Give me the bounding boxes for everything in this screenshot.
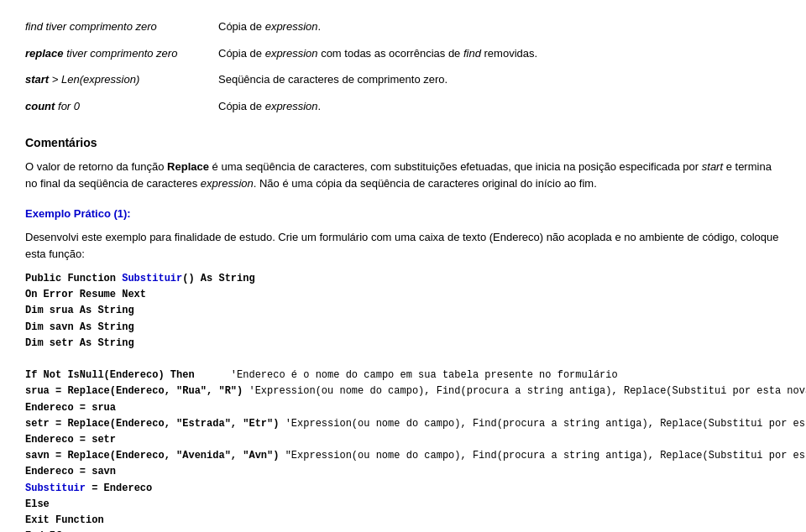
code-line-8: Endereco = srua <box>25 400 781 416</box>
code-line-12: Endereco = savn <box>25 464 781 480</box>
table-section: find tiver comprimento zero Cópia de exp… <box>25 17 781 116</box>
table-cell-left: count for 0 <box>25 96 210 117</box>
expression-ref4: expression <box>265 100 318 112</box>
code-line-3: Dim srua As String <box>25 303 781 319</box>
code-line-6: If Not IsNull(Endereco) Then 'Endereco é… <box>25 368 781 383</box>
code-line-13: Substituir = Endereco <box>25 481 781 497</box>
code-line-5: Dim setr As String <box>25 336 781 352</box>
code-block: Public Function Substituir() As String O… <box>25 271 781 532</box>
code-line-4: Dim savn As String <box>25 320 781 336</box>
replace-suffix: tiver comprimento zero <box>66 47 177 60</box>
find-ref: find <box>463 47 481 60</box>
count-label: count <box>25 100 55 112</box>
find-suffix: tiver comprimento zero <box>46 20 157 33</box>
find-label: find <box>25 20 43 33</box>
code-line-7: srua = Replace(Endereco, "Rua", "R") 'Ex… <box>25 383 781 399</box>
comments-body: O valor de retorno da função Replace é u… <box>25 159 781 192</box>
table-cell-left: find tiver comprimento zero <box>25 17 210 37</box>
example-intro: Desenvolvi este exemplo para finalidade … <box>25 229 781 263</box>
code-line-16: End If <box>25 529 781 532</box>
replace-label: replace <box>25 47 64 60</box>
replace-function-name: Replace <box>167 160 209 173</box>
table-cell-right: Seqüência de caracteres de comprimento z… <box>210 70 781 90</box>
start-label: start <box>25 73 49 86</box>
code-line-9: setr = Replace(Endereco, "Estrada", "Etr… <box>25 416 781 432</box>
code-line-11: savn = Replace(Endereco, "Avenida", "Avn… <box>25 448 781 464</box>
table-cell-right: Cópia de expression com todas as ocorrên… <box>210 44 781 64</box>
table-row: count for 0 Cópia de expression. <box>25 96 781 117</box>
table-cell-right: Cópia de expression. <box>210 96 781 117</box>
expression-ref2: expression <box>265 47 318 60</box>
code-line-10: Endereco = setr <box>25 432 781 448</box>
comments-heading: Comentários <box>25 134 781 152</box>
table-cell-right: Cópia de expression. <box>210 17 781 37</box>
code-line-blank <box>25 352 781 368</box>
code-line-2: On Error Resume Next <box>25 287 781 303</box>
start-param: start <box>702 160 723 173</box>
table-row: start > Len(expression) Seqüência de car… <box>25 70 781 90</box>
table-cell-left: replace tiver comprimento zero <box>25 44 210 64</box>
table-row: find tiver comprimento zero Cópia de exp… <box>25 17 781 37</box>
code-line-15: Exit Function <box>25 513 781 529</box>
expression-ref3: expression <box>83 73 136 86</box>
expression-param: expression <box>201 177 254 190</box>
code-line-1: Public Function Substituir() As String <box>25 271 781 287</box>
code-line-14: Else <box>25 497 781 513</box>
example-heading: Exemplo Prático (1): <box>25 206 781 222</box>
count-suffix: for 0 <box>58 100 80 112</box>
start-suffix: > Len( <box>52 73 83 86</box>
table-cell-left: start > Len(expression) <box>25 70 210 90</box>
expression-ref1: expression <box>265 20 318 33</box>
table-row: replace tiver comprimento zero Cópia de … <box>25 44 781 64</box>
start-paren: ) <box>136 73 139 86</box>
